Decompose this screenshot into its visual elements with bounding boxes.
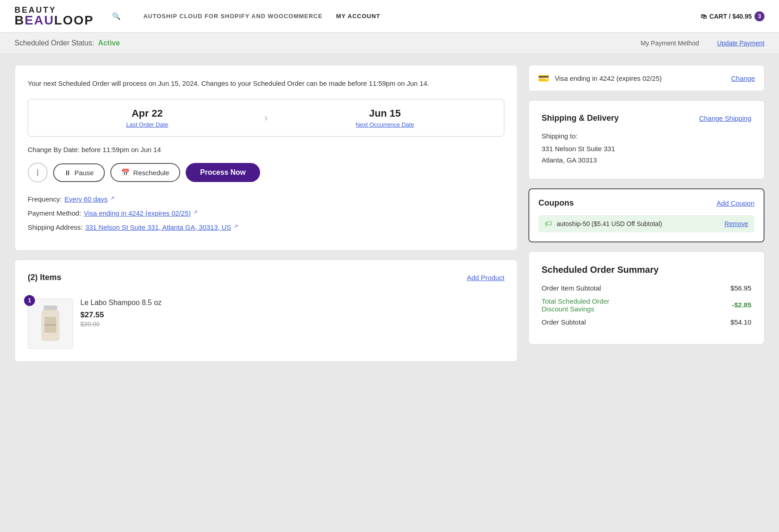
shipping-address-row: Shipping Address: 331 Nelson St Suite 33… <box>28 223 504 231</box>
items-header: (2) Items Add Product <box>28 273 504 282</box>
payment-method-label: My Payment Method <box>641 39 699 47</box>
product-original-price: $39.00 <box>80 320 504 328</box>
summary-value-order-subtotal: $54.10 <box>730 318 751 326</box>
shipping-to-label: Shipping to: <box>542 130 751 142</box>
visa-text: Visa ending in 4242 (expires 02/25) <box>555 74 725 82</box>
payment-method-link[interactable]: Visa ending in 4242 (expires 02/25) <box>84 209 191 217</box>
pause-icon: ⏸ <box>64 169 71 177</box>
frequency-row: Frequency: Every 60 days ↗ <box>28 195 504 203</box>
product-image-wrap: SHAMPOO 1 <box>28 299 73 349</box>
product-image-svg: SHAMPOO <box>35 303 66 344</box>
summary-row-subtotal: Order Item Subtotal $56.95 <box>542 284 751 292</box>
action-buttons: | ⏸ Pause 📅 Reschedule Process Now <box>28 163 504 182</box>
site-header: BEAUTY BEAULOOP 🔍 AUTOSHIP CLOUD FOR SHO… <box>0 0 779 33</box>
shipping-address-line2: Atlanta, GA 30313 <box>542 154 751 166</box>
payment-card: 💳 Visa ending in 4242 (expires 02/25) Ch… <box>528 65 764 91</box>
add-product-link[interactable]: Add Product <box>467 274 504 281</box>
nav-autoship[interactable]: AUTOSHIP CLOUD FOR SHOPIFY AND WOOCOMMER… <box>143 13 323 20</box>
logo[interactable]: BEAUTY BEAULOOP <box>15 6 94 27</box>
summary-label-order-subtotal: Order Subtotal <box>542 318 586 326</box>
unknown-action-button[interactable]: | <box>28 163 48 182</box>
coupons-title: Coupons <box>538 198 574 208</box>
shipping-address-line1: 331 Nelson St Suite 331 <box>542 143 751 155</box>
shipping-card: Shipping & Delivery Change Shipping Ship… <box>528 100 764 179</box>
shipping-title: Shipping & Delivery <box>542 113 619 123</box>
product-details: Le Labo Shampoo 8.5 oz $27.55 $39.00 <box>80 299 504 328</box>
bar-icon: | <box>37 168 39 177</box>
summary-label-subtotal: Order Item Subtotal <box>542 284 601 292</box>
payment-method-row: Payment Method: Visa ending in 4242 (exp… <box>28 209 504 217</box>
next-occurrence-date-label[interactable]: Next Occurrence Date <box>356 121 414 128</box>
frequency-link[interactable]: Every 60 days <box>64 195 108 203</box>
summary-label-discount: Total Scheduled OrderDiscount Savings <box>542 297 609 313</box>
change-payment-link[interactable]: Change <box>731 74 755 82</box>
order-status-bar: Scheduled Order Status: Active <box>15 39 120 47</box>
product-price: $27.55 <box>80 310 504 320</box>
summary-value-discount: -$2.85 <box>732 301 751 309</box>
nav-my-account[interactable]: MY ACCOUNT <box>336 13 380 20</box>
payment-method-label: Payment Method: <box>28 209 81 217</box>
shipping-address-link[interactable]: 331 Nelson St Suite 331, Atlanta GA, 303… <box>85 223 231 231</box>
pause-button[interactable]: ⏸ Pause <box>53 163 105 182</box>
payment-external-link-icon: ↗ <box>193 209 197 217</box>
shipping-header: Shipping & Delivery Change Shipping <box>542 113 751 123</box>
credit-card-icon: 💳 <box>538 73 549 84</box>
reschedule-button[interactable]: 📅 Reschedule <box>110 163 180 182</box>
change-shipping-link[interactable]: Change Shipping <box>699 114 751 122</box>
add-coupon-link[interactable]: Add Coupon <box>717 199 754 207</box>
main-layout: Your next Scheduled Order will process o… <box>0 54 779 382</box>
cart-button[interactable]: 🛍 CART / $40.95 3 <box>700 11 764 21</box>
coupons-header: Coupons Add Coupon <box>538 198 754 208</box>
next-occurrence-date-value: Jun 15 <box>369 108 401 119</box>
next-occurrence-date-item: Jun 15 Next Occurrence Date <box>277 108 493 128</box>
header-right: 🛍 CART / $40.95 3 <box>700 11 764 21</box>
status-prefix: Scheduled Order Status: <box>15 39 94 47</box>
coupon-tag: 🏷 autoship-50 ($5.41 USD Off Subtotal) R… <box>538 215 754 232</box>
coupons-card: Coupons Add Coupon 🏷 autoship-50 ($5.41 … <box>528 188 764 242</box>
last-order-date-label[interactable]: Last Order Date <box>126 121 168 128</box>
process-now-button[interactable]: Process Now <box>186 163 260 182</box>
logo-bottom: BEAULOOP <box>15 14 94 27</box>
remove-coupon-link[interactable]: Remove <box>725 220 748 227</box>
order-info-card: Your next Scheduled Order will process o… <box>15 65 518 251</box>
last-order-date-item: Apr 22 Last Order Date <box>39 108 255 128</box>
search-icon[interactable]: 🔍 <box>112 12 121 20</box>
shipping-address: Shipping to: 331 Nelson St Suite 331 Atl… <box>542 130 751 166</box>
status-value: Active <box>98 39 120 47</box>
frequency-label: Frequency: <box>28 195 62 203</box>
date-row: Apr 22 Last Order Date › Jun 15 Next Occ… <box>28 99 504 137</box>
last-order-date-value: Apr 22 <box>132 108 163 119</box>
date-arrow-icon: › <box>264 112 267 124</box>
cart-count: 3 <box>754 11 764 21</box>
coupon-tag-icon: 🏷 <box>545 220 552 228</box>
product-name: Le Labo Shampoo 8.5 oz <box>80 299 504 307</box>
subheader: Scheduled Order Status: Active My Paymen… <box>0 33 779 54</box>
header-nav: 🔍 AUTOSHIP CLOUD FOR SHOPIFY AND WOOCOMM… <box>112 12 700 20</box>
summary-row-order-subtotal: Order Subtotal $54.10 <box>542 318 751 326</box>
product-item: SHAMPOO 1 Le Labo Shampoo 8.5 oz $27.55 … <box>28 291 504 349</box>
shipping-address-label: Shipping Address: <box>28 223 83 231</box>
product-quantity-badge: 1 <box>24 295 35 306</box>
shipping-external-link-icon: ↗ <box>234 223 238 231</box>
right-column: 💳 Visa ending in 4242 (expires 02/25) Ch… <box>528 65 764 371</box>
change-by-text: Change By Date: before 11:59pm on Jun 14 <box>28 146 504 153</box>
summary-title: Scheduled Order Summary <box>542 265 751 275</box>
summary-value-subtotal: $56.95 <box>730 284 751 292</box>
left-column: Your next Scheduled Order will process o… <box>15 65 518 371</box>
external-link-icon: ↗ <box>110 195 114 203</box>
items-card: (2) Items Add Product SHAMPOO 1 <box>15 260 518 362</box>
svg-text:SHAMPOO: SHAMPOO <box>44 324 56 326</box>
cart-icon: 🛍 <box>700 13 707 20</box>
subheader-right: My Payment Method Update Payment <box>641 39 764 47</box>
update-payment-link[interactable]: Update Payment <box>717 39 764 47</box>
cart-label: CART / $40.95 <box>710 13 752 20</box>
calendar-icon: 📅 <box>121 168 130 177</box>
items-count: (2) Items <box>28 273 61 282</box>
coupon-text: autoship-50 ($5.41 USD Off Subtotal) <box>557 220 720 227</box>
order-info-text: Your next Scheduled Order will process o… <box>28 78 504 89</box>
summary-row-discount: Total Scheduled OrderDiscount Savings -$… <box>542 297 751 313</box>
product-image: SHAMPOO <box>28 299 73 349</box>
order-summary-card: Scheduled Order Summary Order Item Subto… <box>528 251 764 345</box>
